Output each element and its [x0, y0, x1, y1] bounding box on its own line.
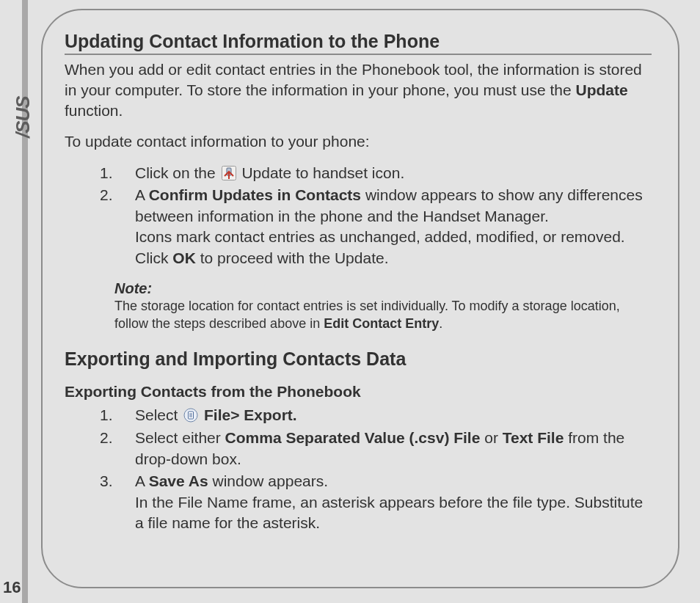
intro-paragraph: When you add or edit contact entries in …	[65, 59, 652, 121]
note-block: Note: The storage location for contact e…	[114, 280, 652, 332]
text: Select either	[135, 429, 225, 446]
list-number: 3.	[100, 471, 135, 534]
text-bold: Text File	[503, 429, 564, 446]
update-steps-list: 1. Click on the Update to handset icon. …	[100, 163, 652, 269]
lead-paragraph: To update contact information to your ph…	[65, 131, 652, 152]
list-item: 2. A Confirm Updates in Contacts window …	[100, 185, 652, 268]
text-bold: File> Export.	[204, 406, 297, 423]
update-to-handset-icon	[222, 165, 236, 180]
page-number: 16	[3, 578, 21, 597]
content-card: Updating Contact Information to the Phon…	[41, 9, 679, 588]
text: function.	[65, 102, 123, 119]
list-number: 1.	[100, 405, 135, 426]
list-item: 1. Click on the Update to handset icon.	[100, 163, 652, 184]
text: When you add or edit contact entries in …	[65, 61, 642, 98]
text: Icons mark contact entries as unchanged,…	[135, 227, 652, 248]
text-bold: OK	[172, 249, 196, 266]
text: A	[135, 186, 149, 203]
text-bold: Comma Separated Value (.csv) File	[225, 429, 481, 446]
brand-logo: /SUS	[12, 96, 34, 138]
file-menu-icon	[183, 407, 198, 422]
export-steps-list: 1. Select File> Export. 2. Selec	[100, 405, 652, 533]
text: to proceed with the Update.	[196, 249, 389, 266]
subsection-heading-exporting: Exporting Contacts from the Phonebook	[65, 383, 652, 401]
note-label: Note:	[114, 280, 652, 297]
list-number: 2.	[100, 185, 135, 268]
list-number: 1.	[100, 163, 135, 184]
list-item: 2. Select either Comma Separated Value (…	[100, 428, 652, 469]
text: Click on the	[135, 164, 220, 181]
text-bold: Update	[576, 81, 628, 98]
text: .	[439, 316, 442, 331]
list-item: 1. Select File> Export.	[100, 405, 652, 426]
section-heading-exporting: Exporting and Importing Contacts Data	[65, 348, 652, 370]
text-bold: Confirm Updates in Contacts	[149, 186, 361, 203]
text: window appears.	[208, 472, 328, 489]
text: Click	[135, 249, 172, 266]
text: or	[480, 429, 502, 446]
list-number: 2.	[100, 428, 135, 469]
side-band	[22, 0, 28, 603]
text-bold: Edit Contact Entry	[324, 316, 439, 331]
list-item: 3. A Save As window appears. In the File…	[100, 471, 652, 534]
text: In the File Name frame, an asterisk appe…	[135, 492, 652, 534]
section-heading-updating: Updating Contact Information to the Phon…	[65, 31, 652, 55]
text: Update to handset icon.	[241, 164, 404, 181]
text-bold: Save As	[149, 472, 208, 489]
text: Select	[135, 406, 182, 423]
text: A	[135, 472, 149, 489]
